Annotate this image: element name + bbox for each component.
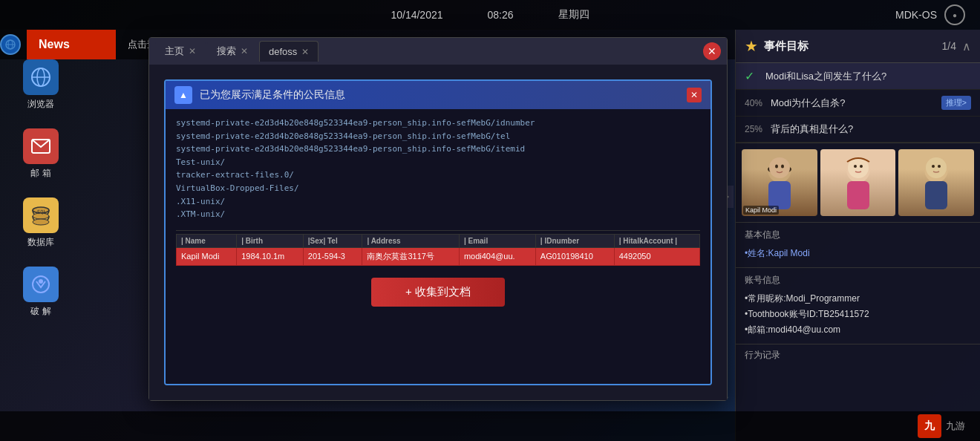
avatar-female: [820, 149, 896, 216]
col-email: | Email: [459, 234, 535, 247]
cell-name: Kapil Modi: [177, 247, 237, 265]
citizen-modal-close[interactable]: ✕: [687, 88, 702, 102]
col-birth: | Birth: [237, 234, 304, 247]
cell-tel: 201-594-3: [303, 247, 362, 265]
topbar-date: 10/14/2021: [391, 9, 442, 21]
file-path-1: systemd-private-e2d3d4b20e848g523344ea9-…: [176, 117, 700, 130]
topbar: 10/14/2021 08:26 星期四 MDK-OS ●: [0, 0, 980, 30]
event-item-1: ✓ Modi和Lisa之间发生了什么?: [736, 63, 980, 90]
avatars-row: Kapil Modi: [736, 143, 980, 223]
topbar-os-label: MDK-OS: [895, 9, 937, 21]
file-path-8: .XTM-unix/: [176, 208, 700, 221]
basic-info: 基本信息 •姓名:Kapil Modi: [736, 223, 980, 268]
file-path-5: tracker-extract-files.0/: [176, 169, 700, 182]
file-paths: systemd-private-e2d3d4b20e848g523344ea9-…: [176, 117, 700, 221]
file-path-6: VirtualBox-Dropped-Files/: [176, 182, 700, 195]
event-text-3: 背后的真相是什么?: [771, 122, 971, 136]
modal-logo-icon: ▲: [174, 86, 192, 104]
citizen-data-table: | Name | Birth |Sex| Tel | Address | Ema…: [176, 234, 700, 266]
svg-point-17: [775, 165, 778, 169]
event-item-3: 25% 背后的真相是什么?: [736, 117, 980, 143]
file-path-4: Test-unix/: [176, 156, 700, 169]
account-email: •邮箱:modi404@uu.com: [745, 322, 971, 338]
tab-search[interactable]: 搜索 ✕: [207, 41, 258, 62]
col-name: | Name: [177, 234, 237, 247]
browser-label: 浏览器: [27, 98, 54, 111]
col-sex-tel: |Sex| Tel: [303, 234, 362, 247]
right-panel-header: ★ 事件目标 1/4 ∧: [736, 30, 980, 63]
behavior-title: 行为记录: [736, 344, 980, 366]
svg-point-28: [938, 165, 941, 168]
browser-window: 主页 ✕ 搜索 ✕ defoss ✕ ✕ ▲ 已为您展示满足条件的公民信息 ✕: [148, 37, 728, 401]
tab-defoss[interactable]: defoss ✕: [259, 41, 318, 62]
browser-icon: [23, 59, 59, 95]
event-item-2: 40% Modi为什么自杀? 推理>: [736, 90, 980, 117]
hack-icon-item[interactable]: 破 解: [15, 267, 67, 318]
mail-label: 邮 箱: [30, 167, 50, 180]
citizen-modal-header: ▲ 已为您展示满足条件的公民信息 ✕: [166, 81, 710, 109]
svg-rect-25: [925, 181, 947, 209]
os-icon: ●: [944, 4, 965, 25]
tab-defoss-close[interactable]: ✕: [301, 47, 309, 57]
svg-point-11: [33, 276, 49, 293]
database-icon: SQL: [23, 197, 59, 233]
globe-icon: [0, 34, 21, 55]
basic-info-name: •姓名:Kapil Modi: [745, 246, 971, 261]
event-badge-2[interactable]: 推理>: [941, 96, 971, 110]
svg-point-12: [39, 279, 43, 284]
jiuyou-text: 九游: [946, 419, 965, 433]
cell-hitalk: 4492050: [614, 247, 699, 265]
event-percent-2: 40%: [745, 98, 771, 108]
check-icon-1: ✓: [745, 69, 760, 83]
svg-point-23: [860, 165, 863, 168]
divider: [176, 230, 700, 231]
col-idnumber: | IDnumber: [535, 234, 614, 247]
tab-home-close[interactable]: ✕: [189, 46, 196, 56]
basic-info-name-value: •姓名:Kapil Modi: [745, 248, 810, 258]
expand-button[interactable]: ∧: [962, 39, 971, 53]
table-row: Kapil Modi 1984.10.1m 201-594-3 南奥尔莫兹311…: [177, 247, 700, 265]
browser-content: ▲ 已为您展示满足条件的公民信息 ✕ systemd-private-e2d3d…: [149, 65, 727, 400]
event-items: ✓ Modi和Lisa之间发生了什么? 40% Modi为什么自杀? 推理> 2…: [736, 63, 980, 143]
avatar-other: [898, 149, 974, 216]
desktop: PRIORD 10/14/2021 08:26 星期四 MDK-OS ● New…: [0, 0, 980, 441]
browser-tabs: 主页 ✕ 搜索 ✕ defoss ✕ ✕: [149, 38, 727, 65]
svg-point-9: [33, 219, 49, 225]
mail-icon-item[interactable]: 邮 箱: [15, 128, 67, 180]
event-count: 1/4: [942, 40, 956, 52]
topbar-right: MDK-OS ●: [895, 4, 965, 25]
cell-idnumber: AG010198410: [535, 247, 614, 265]
basic-info-title: 基本信息: [745, 229, 971, 241]
citizen-modal-body: systemd-private-e2d3d4b20e848g523344ea9-…: [166, 109, 710, 384]
browser-close-button[interactable]: ✕: [703, 42, 721, 60]
tab-search-label: 搜索: [217, 45, 236, 58]
database-icon-item[interactable]: SQL 数据库: [15, 197, 67, 249]
hack-icon: [23, 267, 59, 302]
sidebar-icons: 浏览器 邮 箱 SQL 数据库 破 解: [15, 59, 67, 318]
cell-address: 南奥尔莫兹3117号: [362, 247, 459, 265]
cell-email: modi404@uu.: [459, 247, 535, 265]
topbar-center: 10/14/2021 08:26 星期四: [391, 8, 589, 22]
right-panel: ★ 事件目标 1/4 ∧ ✓ Modi和Lisa之间发生了什么? 40% Mod…: [735, 30, 980, 441]
svg-point-27: [932, 165, 935, 168]
hack-label: 破 解: [30, 305, 50, 318]
topbar-day: 星期四: [558, 8, 589, 22]
event-text-1: Modi和Lisa之间发生了什么?: [765, 70, 971, 83]
news-label: News: [27, 30, 116, 59]
svg-point-18: [781, 165, 784, 169]
account-toothbook: •Toothbook账号ID:TB25411572: [745, 307, 971, 322]
tab-search-close[interactable]: ✕: [241, 46, 248, 56]
browser-icon-item[interactable]: 浏览器: [15, 59, 67, 111]
citizen-modal-title: 已为您展示满足条件的公民信息: [200, 88, 687, 102]
tab-home-label: 主页: [165, 45, 184, 58]
topbar-time: 08:26: [488, 9, 514, 21]
tab-home[interactable]: 主页 ✕: [155, 41, 206, 62]
svg-point-26: [926, 157, 947, 178]
collect-button[interactable]: + 收集到文档: [371, 278, 505, 307]
cell-birth: 1984.10.1m: [237, 247, 304, 265]
account-info: 账号信息 •常用昵称:Modi_Programmer •Toothbook账号I…: [736, 268, 980, 344]
star-icon: ★: [745, 37, 758, 55]
file-path-2: systemd-private-e2d3d4b20e848g523344ea9-…: [176, 130, 700, 143]
jiuyou-icon: 九: [918, 414, 941, 438]
col-hitalk: | HitalkAccount |: [614, 234, 699, 247]
